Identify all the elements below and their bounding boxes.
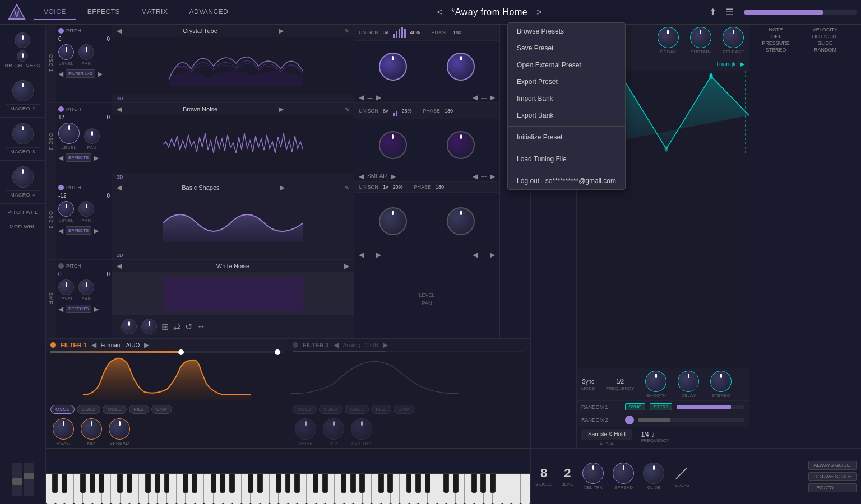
preset-next-button[interactable]: > [534,5,544,20]
legato-btn[interactable]: LEGATO [808,483,857,492]
release-knob[interactable] [723,27,744,48]
piano-white-key[interactable] [521,474,530,504]
piano-black-key[interactable] [80,474,86,493]
smp-wt-display[interactable] [112,272,354,315]
filter-2-osc1-btn[interactable]: OSC1 [293,405,317,414]
piano-black-key[interactable] [211,474,216,493]
osc-2-phase-knob[interactable] [447,131,475,159]
osc-3-wt-display[interactable] [112,194,354,251]
smp-filter-prev[interactable]: ◀ [58,305,63,313]
smp-save-icon[interactable]: ⊞ [161,321,169,332]
tab-voice[interactable]: VOICE [34,4,76,20]
piano-black-key[interactable] [294,474,300,493]
osc-1-filter-next[interactable]: ▶ [98,70,103,78]
random-1-stereo-tag[interactable]: STER0 [650,403,672,410]
smp-loop-icon[interactable]: ↺ [185,321,192,332]
osc-3-sub2-next[interactable]: ▶ [490,251,495,259]
piano-black-key[interactable] [220,474,225,493]
brightness-knob[interactable] [15,32,30,48]
spread-knob[interactable] [613,463,634,484]
random-2-bar[interactable] [638,418,744,422]
piano-black-key[interactable] [443,474,449,493]
piano-black-key[interactable] [99,474,104,493]
osc-1-filter-prev[interactable]: ◀ [58,70,63,78]
osc-3-level-knob[interactable] [58,201,74,217]
octave-scale-btn[interactable]: OCTAVE SCALE [808,472,857,481]
piano-black-key[interactable] [164,474,170,493]
osc-2-uni-knob[interactable] [379,131,407,159]
smp-wt-prev[interactable]: ◀ [117,262,122,270]
lfo-type-select[interactable]: Triangle ▶ [716,60,744,68]
osc-2-filter-prev[interactable]: ◀ [58,154,63,162]
osc-3-filter-prev[interactable]: ◀ [58,227,63,235]
osc-2-filter-btn[interactable]: EFFECTS [66,153,91,162]
osc-1-phase-knob[interactable] [447,53,475,81]
piano-black-key[interactable] [117,474,123,493]
osc-2-sub1-next[interactable]: ▶ [391,172,396,180]
piano-black-key[interactable] [192,474,197,493]
piano-black-key[interactable] [52,474,58,493]
osc-1-wt-prev[interactable]: ◀ [117,27,122,35]
piano-black-key[interactable] [155,474,160,493]
piano-keyboard-bottom[interactable] [46,473,530,504]
piano-black-key[interactable] [453,474,459,493]
piano-black-key[interactable] [378,474,384,493]
piano-black-key[interactable] [490,474,496,493]
tab-advanced[interactable]: ADVANCED [179,4,238,20]
glide-knob[interactable] [643,463,664,484]
random-1-bar[interactable] [677,405,744,409]
smp-pan-knob2[interactable] [141,319,157,334]
menu-initialize[interactable]: Initialize Preset [508,129,625,146]
lfo-smooth-knob[interactable] [645,371,666,392]
smp-filter-next[interactable]: ▶ [94,305,99,313]
osc-1-power[interactable] [58,28,64,34]
piano-black-key[interactable] [90,474,95,493]
filter-1-handle2[interactable] [275,349,280,355]
filter-2-osc2-btn[interactable]: OSC2 [319,405,343,414]
filter-1-nav-prev[interactable]: ◀ [91,341,96,349]
smp-wt-next[interactable]: ▶ [344,262,349,270]
menu-export-preset[interactable]: Export Preset [508,73,625,90]
piano-black-key[interactable] [350,474,356,493]
osc-3-sub1-next[interactable]: ▶ [376,251,381,259]
menu-browse-presets[interactable]: Browse Presets [508,23,625,40]
osc-3-wt-prev[interactable]: ◀ [117,184,122,192]
slider-right[interactable] [24,463,34,496]
filter-1-mix-knob[interactable] [81,418,102,440]
menu-load-tuning[interactable]: Load Tuning File [508,151,625,167]
piano-black-key[interactable] [359,474,365,493]
osc-2-edit-icon[interactable]: ✎ [345,106,349,113]
piano-black-key[interactable] [387,474,393,493]
osc-1-pan-knob[interactable] [78,44,94,60]
smp-level-knob2[interactable] [121,319,137,334]
osc-1-uni-knob[interactable] [379,53,407,81]
filter-1-smp-btn[interactable]: SMP [151,405,173,414]
piano-black-key[interactable] [62,474,67,493]
preset-prev-button[interactable]: < [435,5,445,20]
menu-export-bank[interactable]: Export Bank [508,107,625,124]
macro4-knob[interactable] [12,166,34,188]
menu-button[interactable]: ☰ [723,4,735,20]
sustain-knob[interactable] [690,27,711,48]
piano-black-key[interactable] [471,474,477,493]
osc-1-wt-display[interactable] [112,37,354,95]
filter-1-osc2-btn[interactable]: OSC2 [77,405,101,414]
random-1-sync-tag[interactable]: SYNC [625,403,645,410]
filter-1-fil2-btn[interactable]: FIL2 [129,405,149,414]
filter-2-nav-prev[interactable]: ◀ [334,341,339,349]
filter-2-nav-next[interactable]: ▶ [383,341,388,349]
osc-1-sub2-next[interactable]: ▶ [490,94,495,101]
macro3-knob[interactable] [12,123,34,144]
piano-black-key[interactable] [229,474,235,493]
piano-black-key[interactable] [127,474,132,493]
filter-1-osc3-btn[interactable]: OSC3 [103,405,127,414]
brightness-knob2[interactable] [17,50,28,62]
smp-pan-knob[interactable] [78,279,94,295]
smp-shuffle-icon[interactable]: ⇄ [173,321,180,332]
osc-1-edit-icon[interactable]: ✎ [345,28,349,34]
piano-black-key[interactable] [480,474,486,493]
osc-2-sub2-prev[interactable]: ◀ [473,172,478,180]
tab-matrix[interactable]: MATRIX [131,4,178,20]
osc-2-filter-next[interactable]: ▶ [94,154,99,162]
osc-3-filter-btn[interactable]: EFFECTS [66,226,91,235]
